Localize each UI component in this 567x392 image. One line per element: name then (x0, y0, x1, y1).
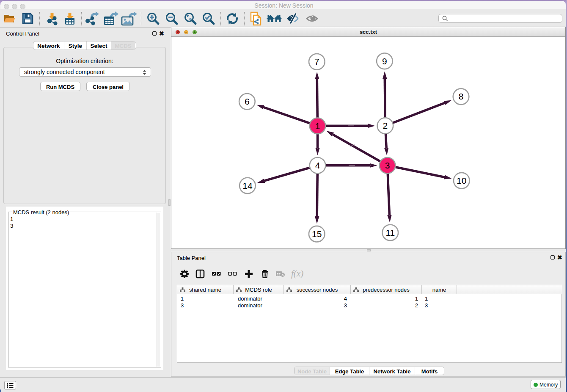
svg-text:2: 2 (383, 121, 388, 130)
svg-text:7: 7 (314, 57, 319, 66)
svg-text:1: 1 (315, 121, 320, 131)
svg-text:14: 14 (242, 181, 253, 190)
svg-text:4: 4 (315, 160, 320, 170)
svg-text:6: 6 (245, 97, 250, 106)
svg-text:8: 8 (459, 91, 464, 101)
svg-text:9: 9 (382, 56, 387, 66)
svg-text:3: 3 (385, 160, 390, 170)
svg-text:10: 10 (457, 176, 466, 185)
svg-text:11: 11 (385, 228, 395, 237)
svg-text:15: 15 (312, 229, 322, 239)
